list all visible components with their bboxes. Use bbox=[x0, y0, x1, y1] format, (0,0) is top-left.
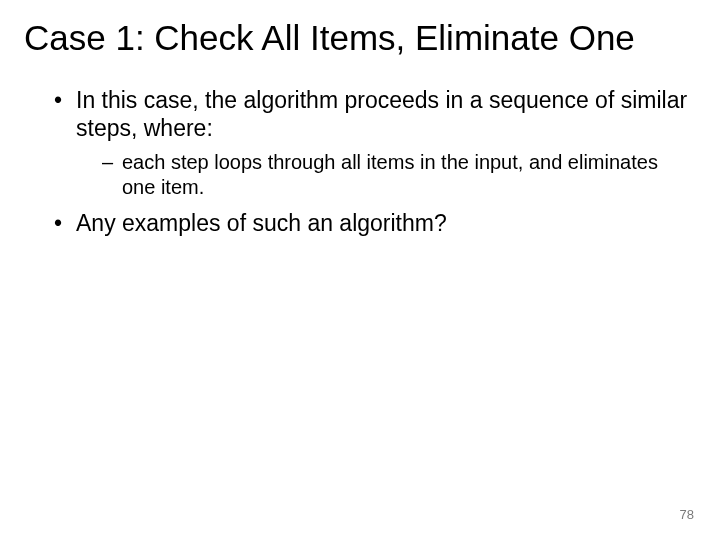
slide: Case 1: Check All Items, Eliminate One I… bbox=[0, 0, 720, 540]
page-number: 78 bbox=[680, 507, 694, 522]
sub-bullet-item-1: each step loops through all items in the… bbox=[102, 150, 696, 199]
bullet-text-1: In this case, the algorithm proceeds in … bbox=[76, 87, 687, 141]
sub-bullet-list: each step loops through all items in the… bbox=[76, 150, 696, 199]
slide-title: Case 1: Check All Items, Eliminate One bbox=[24, 18, 696, 58]
bullet-item-1: In this case, the algorithm proceeds in … bbox=[54, 86, 696, 199]
bullet-list: In this case, the algorithm proceeds in … bbox=[24, 86, 696, 237]
bullet-item-2: Any examples of such an algorithm? bbox=[54, 209, 696, 237]
bullet-text-2: Any examples of such an algorithm? bbox=[76, 210, 447, 236]
sub-bullet-text-1: each step loops through all items in the… bbox=[122, 151, 658, 197]
